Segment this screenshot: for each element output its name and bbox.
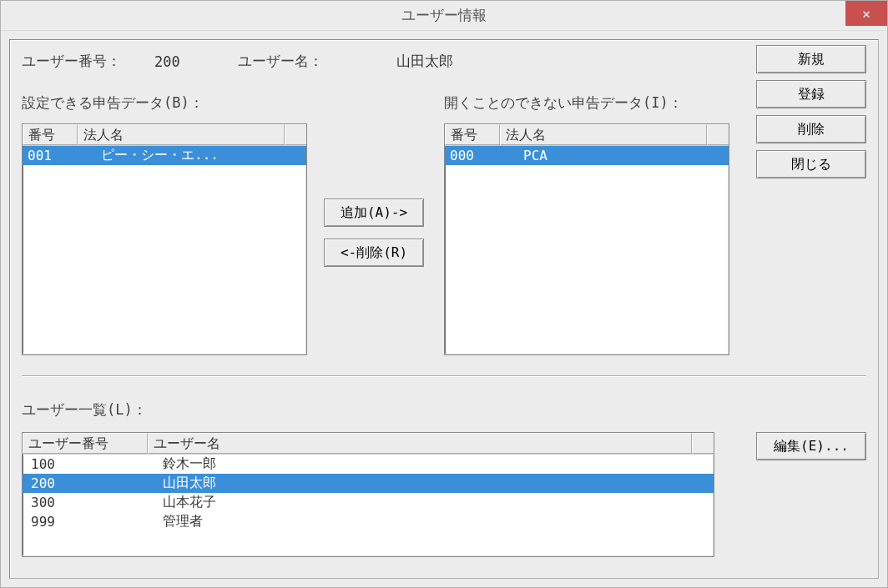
row-no: 100 (26, 456, 148, 472)
list-row[interactable]: 300山本花子 (23, 493, 714, 512)
row-name: 管理者 (148, 513, 203, 530)
delete-button[interactable]: 削除 (756, 115, 866, 143)
col-header-filler (692, 433, 714, 454)
window-title: ユーザー情報 (401, 6, 487, 25)
user-name-value: 山田太郎 (396, 52, 453, 71)
row-name: PCA (500, 148, 547, 163)
side-buttons: 新規 登録 削除 閉じる (756, 45, 866, 178)
add-button[interactable]: 追加(A)-> (324, 199, 424, 227)
col-header-corp[interactable]: 法人名 (500, 124, 707, 145)
client-area: ユーザー番号： 200 ユーザー名： 山田太郎 設定できる申告データ(B)： 開… (9, 39, 879, 579)
col-header-no[interactable]: 番号 (445, 124, 500, 145)
col-header-no[interactable]: 番号 (23, 124, 78, 145)
col-header-corp[interactable]: 法人名 (78, 124, 285, 145)
list-header: ユーザー番号 ユーザー名 (23, 433, 714, 455)
col-header-user-name[interactable]: ユーザー名 (148, 433, 692, 454)
row-no: 999 (26, 514, 148, 530)
row-name: 鈴木一郎 (148, 455, 216, 473)
list-row[interactable]: 100鈴木一郎 (23, 455, 714, 474)
list-header: 番号 法人名 (445, 124, 729, 146)
list-header: 番号 法人名 (23, 124, 306, 146)
list-row[interactable]: 200山田太郎 (23, 474, 714, 493)
list-row[interactable]: 000PCA (445, 146, 729, 165)
divider (22, 375, 866, 377)
user-info-row: ユーザー番号： 200 ユーザー名： 山田太郎 (22, 52, 866, 71)
close-icon: ✕ (862, 6, 870, 22)
col-header-filler (707, 124, 729, 145)
user-list-title: ユーザー一覧(L)： (22, 400, 147, 420)
left-list-title: 設定できる申告データ(B)： (22, 93, 204, 113)
row-name: 山田太郎 (148, 475, 216, 492)
user-no-label: ユーザー番号： (22, 52, 121, 71)
window-close-button[interactable]: ✕ (845, 1, 887, 26)
row-name: ピー・シー・エ... (78, 147, 219, 164)
dialog-window: ユーザー情報 ✕ ユーザー番号： 200 ユーザー名： 山田太郎 設定できる申告… (0, 0, 888, 588)
edit-button[interactable]: 編集(E)... (756, 432, 866, 460)
row-no: 001 (26, 148, 78, 163)
restricted-data-list[interactable]: 番号 法人名 000PCA (444, 123, 729, 355)
transfer-buttons: 追加(A)-> <-削除(R) (324, 199, 424, 267)
list-row[interactable]: 001ピー・シー・エ... (23, 146, 306, 165)
list-row[interactable]: 999管理者 (23, 512, 714, 531)
new-button[interactable]: 新規 (756, 45, 866, 73)
row-no: 300 (26, 495, 148, 510)
right-list-title: 開くことのできない申告データ(I)： (444, 93, 683, 113)
close-button[interactable]: 閉じる (756, 150, 866, 178)
edit-button-container: 編集(E)... (756, 432, 866, 460)
user-no-value: 200 (154, 53, 230, 70)
user-list[interactable]: ユーザー番号 ユーザー名 100鈴木一郎200山田太郎300山本花子999管理者 (22, 432, 714, 557)
title-bar: ユーザー情報 ✕ (1, 1, 887, 31)
row-name: 山本花子 (148, 494, 216, 511)
remove-button[interactable]: <-削除(R) (324, 239, 424, 267)
available-data-list[interactable]: 番号 法人名 001ピー・シー・エ... (22, 123, 307, 355)
row-no: 200 (26, 475, 148, 491)
user-name-label: ユーザー名： (238, 52, 388, 71)
row-no: 000 (448, 148, 500, 163)
col-header-user-no[interactable]: ユーザー番号 (23, 433, 148, 454)
col-header-filler (285, 124, 306, 145)
register-button[interactable]: 登録 (756, 80, 866, 108)
